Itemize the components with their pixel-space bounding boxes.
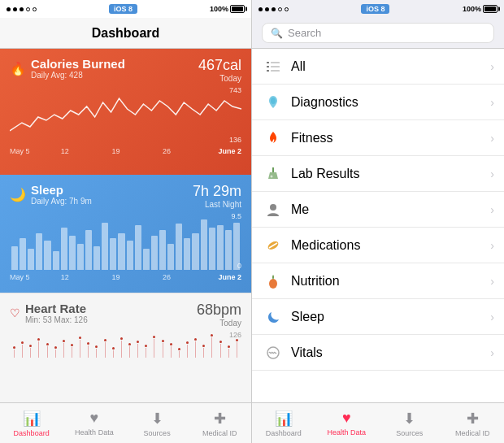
- tab-health-data-right[interactable]: ♥ Health Data: [315, 406, 379, 440]
- scroll-content-left: 🔥 Calories Burned Daily Avg: 428 467cal …: [0, 49, 251, 402]
- battery-icon-left: [230, 5, 245, 13]
- svg-rect-5: [271, 70, 280, 72]
- sleep-value-wrap: 7h 29m Last Night: [193, 183, 241, 209]
- calories-title-wrap: 🔥 Calories Burned Daily Avg: 428: [10, 57, 125, 80]
- sleep-date-1: May 5: [10, 273, 30, 281]
- fitness-label: Fitness: [291, 131, 490, 145]
- medications-chevron: ›: [490, 239, 494, 252]
- calories-line-chart: [10, 86, 241, 143]
- tab-health-data-left[interactable]: ♥ Health Data: [63, 406, 125, 440]
- health-list: All › Diagnostics › Fitness › Lab Result…: [252, 49, 504, 402]
- search-bar[interactable]: 🔍 Search: [252, 18, 504, 49]
- svg-point-8: [271, 175, 273, 177]
- medical-id-icon: ✚: [214, 410, 226, 428]
- hd19: [160, 334, 166, 358]
- medications-icon: [262, 237, 285, 254]
- hd21: [176, 335, 182, 358]
- health-item-sleep[interactable]: Sleep ›: [252, 299, 504, 335]
- hd1: [11, 334, 17, 358]
- tab-dashboard-right[interactable]: 📊 Dashboard: [252, 406, 315, 441]
- rdot1: [259, 7, 263, 11]
- nutrition-chevron: ›: [490, 275, 494, 288]
- nav-bar-left: Dashboard: [0, 18, 251, 49]
- sleep-chart: 9.5: [10, 212, 241, 281]
- calories-title: Calories Burned: [31, 57, 125, 71]
- hd12: [102, 334, 108, 358]
- heart-value-wrap: 68bpm Today: [197, 302, 241, 328]
- hd18: [151, 334, 157, 358]
- battery-fill-right: [484, 7, 496, 11]
- svg-rect-3: [271, 62, 280, 63]
- hd7: [61, 334, 67, 358]
- tab-health-data-label: Health Data: [75, 428, 114, 436]
- calories-date-1: May 5: [10, 147, 30, 155]
- health-item-all[interactable]: All ›: [252, 49, 504, 85]
- r-tab-dashboard-label: Dashboard: [266, 429, 302, 437]
- tab-medical-id-right[interactable]: ✚ Medical ID: [441, 406, 505, 441]
- tab-sources-label: Sources: [144, 429, 171, 437]
- sources-icon: ⬇: [151, 410, 163, 428]
- all-label: All: [291, 59, 490, 74]
- hd24: [201, 334, 206, 358]
- health-item-lab-results[interactable]: Lab Results ›: [252, 156, 504, 192]
- bar-6: [53, 251, 59, 270]
- bar-25: [209, 228, 215, 270]
- heart-title: Heart Rate: [25, 302, 88, 315]
- hd16: [135, 334, 141, 358]
- sleep-date-2: 12: [61, 273, 69, 281]
- calories-subtitle: Daily Avg: 428: [31, 71, 125, 80]
- heart-title-wrap: ♡ Heart Rate Min: 53 Max: 126: [10, 302, 88, 324]
- r-sources-icon: ⬇: [403, 410, 415, 428]
- fitness-chevron: ›: [490, 132, 494, 145]
- bar-19: [159, 230, 166, 270]
- health-item-diagnostics[interactable]: Diagnostics ›: [252, 85, 504, 120]
- signal-dots: [7, 7, 37, 11]
- svg-rect-0: [267, 62, 269, 63]
- calories-card[interactable]: 🔥 Calories Burned Daily Avg: 428 467cal …: [0, 49, 251, 175]
- search-input-wrap[interactable]: 🔍 Search: [262, 23, 494, 43]
- rdot2: [265, 7, 269, 11]
- hd8: [69, 335, 75, 358]
- battery-icon-right: [483, 5, 497, 13]
- dot2: [13, 7, 17, 11]
- health-item-medications[interactable]: Medications ›: [252, 228, 504, 263]
- svg-rect-7: [272, 167, 274, 172]
- sleep-title: Sleep: [31, 183, 92, 197]
- bar-24: [201, 219, 207, 270]
- health-data-icon: ♥: [90, 410, 99, 427]
- heart-chart: 126: [10, 331, 241, 358]
- sleep-bar-chart: [10, 217, 241, 270]
- sleep-card[interactable]: 🌙 Sleep Daily Avg: 7h 9m 7h 29m Last Nig…: [0, 175, 251, 293]
- health-item-nutrition[interactable]: Nutrition ›: [252, 263, 504, 299]
- diagnostics-icon: [262, 94, 285, 111]
- bar-2: [20, 238, 26, 270]
- vitals-chevron: ›: [490, 346, 494, 359]
- svg-rect-1: [267, 66, 269, 67]
- svg-point-6: [271, 98, 276, 104]
- tab-medical-id-left[interactable]: ✚ Medical ID: [189, 406, 251, 441]
- tab-sources-left[interactable]: ⬇ Sources: [126, 406, 189, 441]
- health-item-fitness[interactable]: Fitness ›: [252, 120, 504, 156]
- tab-dashboard-left[interactable]: 📊 Dashboard: [0, 406, 63, 441]
- heart-rate-card[interactable]: ♡ Heart Rate Min: 53 Max: 126 68bpm Toda…: [0, 293, 251, 358]
- svg-rect-2: [267, 70, 269, 72]
- health-item-me[interactable]: Me ›: [252, 192, 504, 228]
- bar-22: [184, 238, 190, 270]
- fitness-icon: [262, 130, 285, 146]
- status-bar-left: iOS 8 100%: [0, 0, 251, 18]
- calories-value-wrap: 467cal Today: [198, 57, 241, 83]
- ios-badge-right: iOS 8: [361, 4, 389, 14]
- hd3: [28, 335, 33, 358]
- nutrition-icon: [262, 273, 285, 289]
- r-dashboard-icon: 📊: [275, 410, 293, 428]
- tab-bar-right: 📊 Dashboard ♥ Health Data ⬇ Sources ✚ Me…: [252, 402, 504, 443]
- bar-16: [135, 225, 141, 270]
- me-chevron: ›: [490, 203, 494, 216]
- heart-subtitle: Min: 53 Max: 126: [25, 315, 88, 324]
- health-item-vitals[interactable]: Vitals ›: [252, 335, 504, 371]
- bar-4: [36, 233, 42, 271]
- calories-chart-bottom: 136: [229, 136, 241, 144]
- tab-sources-right[interactable]: ⬇ Sources: [378, 406, 441, 441]
- ios-badge-left: iOS 8: [109, 4, 137, 14]
- battery-fill: [232, 7, 243, 11]
